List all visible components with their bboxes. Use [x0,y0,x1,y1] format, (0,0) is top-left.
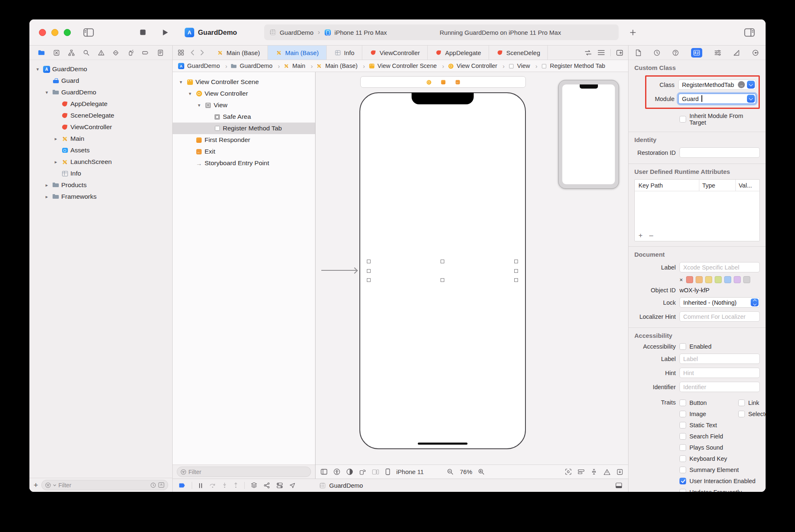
zoom-level-label[interactable]: 76% [460,468,472,475]
navigator-item[interactable]: Info [29,168,172,179]
embed-icon[interactable] [617,469,623,475]
disclosure-arrow[interactable]: ▾ [34,66,41,72]
selection-handle[interactable] [367,260,371,263]
jump-bar-crumb[interactable]: Main (Base) › [316,63,368,70]
color-swatch[interactable] [734,276,741,283]
jump-bar-crumb[interactable]: View Controller › [447,63,508,70]
breakpoint-navigator-icon[interactable] [142,49,149,56]
disclosure-arrow[interactable]: ▸ [43,194,50,200]
a11y-label-field[interactable] [679,354,760,364]
exit-icon[interactable] [455,79,460,85]
column-header[interactable]: Type [699,180,735,191]
navigator-item[interactable]: ▸ Main [29,133,172,144]
document-label-field[interactable] [679,262,760,272]
resolve-autolayout-icon[interactable] [603,469,611,475]
trait-checkbox[interactable]: Static Text [679,419,760,431]
navigator-item[interactable]: Guard [29,75,172,87]
step-over-icon[interactable] [209,482,216,489]
first-responder-icon[interactable] [440,79,446,85]
view-controller-icon[interactable] [426,79,431,85]
editor-tab[interactable]: SceneDeleg [489,46,548,60]
project-navigator-icon[interactable] [38,49,45,56]
zoom-out-icon[interactable] [447,468,454,475]
adjust-editor-options-icon[interactable] [597,50,605,55]
column-header[interactable]: Key Path [635,182,699,189]
disclosure-arrow[interactable]: ▾ [178,79,184,85]
jump-bar-crumb[interactable]: View › [508,63,540,70]
trait-checkbox[interactable]: Summary Element [679,464,760,475]
selection-handle[interactable] [367,269,371,273]
color-swatch[interactable] [715,276,722,283]
outline-item[interactable]: ▾ View [173,99,315,111]
column-header[interactable]: Val... [735,180,759,191]
connections-inspector-icon[interactable] [752,49,759,56]
editor-tab[interactable]: Main (Base) [268,46,327,60]
environment-overrides-icon[interactable] [276,482,283,489]
source-control-icon[interactable] [53,49,60,56]
selection-handle[interactable] [441,260,444,263]
selection-handle[interactable] [367,278,371,282]
jump-bar-crumb[interactable]: GuardDemo › [178,63,230,70]
disclosure-arrow[interactable]: ▾ [187,91,193,96]
accessibility-preview-icon[interactable] [333,468,340,475]
navigator-filter-field[interactable]: Filter [41,480,168,490]
navigator-item[interactable]: AppDelegate [29,98,172,110]
outline-item[interactable]: ▾ View Controller [173,88,315,99]
trait-checkbox[interactable]: Plays Sound [679,442,760,453]
go-back-icon[interactable] [190,50,194,55]
jump-bar-crumb[interactable]: GuardDemo › [230,63,283,70]
adaptation-split-icon[interactable] [372,469,379,475]
a11y-hint-field[interactable] [679,368,760,378]
debug-navigator-icon[interactable] [127,49,134,56]
scheme-selector[interactable]: GuardDemo › iPhone 11 Pro Max [269,28,387,36]
localizer-hint-field[interactable] [679,311,760,322]
disclosure-arrow[interactable]: ▸ [43,182,50,188]
outline-filter-field[interactable]: Filter [177,467,311,477]
restoration-id-field[interactable] [679,147,760,158]
navigator-item[interactable]: ▸ Products [29,179,172,191]
file-inspector-icon[interactable] [635,49,641,56]
iphone-device-frame[interactable] [359,92,526,449]
module-field[interactable] [678,94,756,104]
simulate-location-icon[interactable] [289,482,296,489]
breakpoints-toggle-icon[interactable] [178,482,186,489]
color-swatch[interactable] [705,276,712,283]
orientation-icon[interactable] [359,468,366,475]
jump-bar-crumb[interactable]: Main › [283,63,316,70]
zoom-window-button[interactable] [64,29,71,36]
outline-item[interactable]: Exit [173,146,315,157]
module-dropdown-icon[interactable] [747,95,755,103]
jump-bar-crumb[interactable]: Register Method Tab › [540,63,605,70]
code-review-icon[interactable] [584,50,592,56]
disclosure-arrow[interactable]: ▸ [53,136,59,142]
add-file-button[interactable]: + [34,481,38,489]
trait-checkbox[interactable]: Search Field [679,431,760,442]
symbol-navigator-icon[interactable] [68,49,75,56]
editor-tab[interactable]: AppDelegate [428,46,489,60]
trait-checkbox[interactable]: Updates Frequently [679,486,760,492]
help-inspector-icon[interactable] [672,49,679,56]
trait-checkbox[interactable]: Link [738,397,766,408]
report-navigator-icon[interactable] [157,49,164,56]
minimize-window-button[interactable] [51,29,58,36]
device-name-label[interactable]: iPhone 11 [396,468,424,475]
selection-handle[interactable] [514,269,518,273]
pause-execution-icon[interactable] [198,483,203,489]
debug-session-item[interactable]: GuardDemo [319,482,363,489]
recent-files-clock-icon[interactable] [150,482,156,488]
editor-tab[interactable]: Info [327,46,362,60]
table-empty-body[interactable] [635,191,759,230]
selection-handle[interactable] [514,278,518,282]
navigator-item[interactable]: ▾ GuardDemo [29,87,172,98]
outline-item[interactable]: Storyboard Entry Point [173,157,315,169]
color-swatch[interactable] [686,276,693,283]
navigator-item[interactable]: ▾ GuardDemo [29,63,172,75]
source-control-status-icon[interactable] [158,482,164,488]
hide-document-outline-icon[interactable] [320,469,328,475]
add-editor-plus-icon[interactable] [629,29,636,36]
navigator-item[interactable]: Assets [29,144,172,156]
view-hierarchy-debugger-icon[interactable] [251,482,258,489]
selection-handle[interactable] [441,278,444,282]
history-inspector-icon[interactable] [653,49,660,56]
storyboard-entry-point-arrow[interactable] [321,270,357,271]
